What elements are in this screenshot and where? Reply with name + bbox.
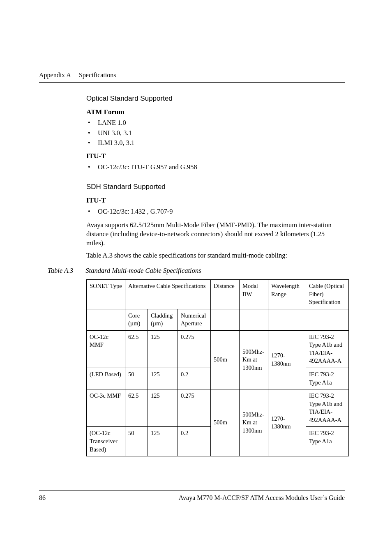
page-number: 86 [39,493,46,502]
body-paragraph: Table A.3 shows the cable specifications… [86,251,345,260]
cell: 50 [125,427,148,456]
list-item: ILMI 3.0, 3.1 [86,138,345,147]
col-altcable: Alternative Cable Specifications [125,279,211,309]
cell: 500m [211,330,240,389]
itu-t-heading: ITU-T [86,152,345,161]
col-distance: Distance [211,279,240,309]
cell: (LED Based) [87,368,125,389]
table-caption: Table A.3Standard Multi-mode Cable Speci… [48,266,345,275]
cell: 62.5 [125,330,148,368]
cell: 1270-1380nm [268,389,306,456]
cell: 500Mhz-Km at 1300nm [240,389,268,456]
cell: 500m [211,389,240,456]
cell-cladding-head: Cladding (µm) [148,309,178,330]
cell-numap-head: Numerical Aperture [178,309,211,330]
list-item: UNI 3.0, 3.1 [86,129,345,138]
cable-spec-table: SONET Type Alternative Cable Specificati… [86,279,349,456]
cell: 125 [148,389,178,427]
cell: 125 [148,330,178,368]
col-cable: Cable (Optical Fiber) Specification [306,279,349,309]
itu-t-heading-2: ITU-T [86,196,345,205]
itu-sdh-list: OC-12c/3c: I.432 , G.707-9 [86,207,345,216]
cell: 0.2 [178,368,211,389]
itu-optical-list: OC-12c/3c: ITU-T G.957 and G.958 [86,163,345,172]
body-paragraph: Avaya supports 62.5/125mm Multi-Mode Fib… [86,221,345,248]
cell: IEC 793-2 Type A1b and TIA/EIA-492AAAA-A [306,389,349,427]
cell: IEC 793-2 Type A1b and TIA/EIA-492AAAA-A [306,330,349,368]
cell-empty [87,309,125,330]
list-item: LANE 1.0 [86,118,345,127]
cell: 0.2 [178,427,211,456]
cell-empty [211,309,240,330]
sdh-standard-heading: SDH Standard Supported [86,182,345,192]
col-modal: Modal BW [240,279,268,309]
cell: IEC 793-2 Type A1a [306,368,349,389]
running-head: Appendix A Specifications [39,71,345,80]
cell: 125 [148,368,178,389]
footer-title: Avaya M770 M-ACCF/SF ATM Access Modules … [179,493,345,502]
cell: 500Mhz-Km at 1300nm [240,330,268,389]
cell-empty [306,309,349,330]
optical-standard-heading: Optical Standard Supported [86,94,345,104]
col-wavelength: Wavelength Range [268,279,306,309]
table-row: OC-12c MMF 62.5 125 0.275 500m 500Mhz-Km… [87,330,349,368]
cell: 1270-1380nm [268,330,306,389]
list-item: OC-12c/3c: ITU-T G.957 and G.958 [86,163,345,172]
header-rule [39,82,345,83]
appendix-label: Appendix A [39,71,71,78]
table-number: Table A.3 [48,267,73,274]
cell: 0.275 [178,389,211,427]
table-title: Standard Multi-mode Cable Specifications [85,267,201,274]
page-footer: 86 Avaya M770 M-ACCF/SF ATM Access Modul… [39,491,345,502]
table-row: OC-3c MMF 62.5 125 0.275 500m 500Mhz-Km … [87,389,349,427]
cell: 125 [148,427,178,456]
atm-forum-heading: ATM Forum [86,108,345,117]
cell: (OC-12c Transceiver Based) [87,427,125,456]
list-item: OC-12c/3c: I.432 , G.707-9 [86,207,345,216]
cell: 62.5 [125,389,148,427]
cell-empty [240,309,268,330]
table-row: SONET Type Alternative Cable Specificati… [87,279,349,309]
table-row: Core (µm) Cladding (µm) Numerical Apertu… [87,309,349,330]
cell: 50 [125,368,148,389]
cell: OC-12c MMF [87,330,125,368]
cell-core-head: Core (µm) [125,309,148,330]
cell: 0.275 [178,330,211,368]
cell-empty [268,309,306,330]
cell: IEC 793-2 Type A1a [306,427,349,456]
col-sonet: SONET Type [87,279,125,309]
appendix-title: Specifications [79,71,116,78]
cell: OC-3c MMF [87,389,125,427]
atm-forum-list: LANE 1.0 UNI 3.0, 3.1 ILMI 3.0, 3.1 [86,118,345,147]
